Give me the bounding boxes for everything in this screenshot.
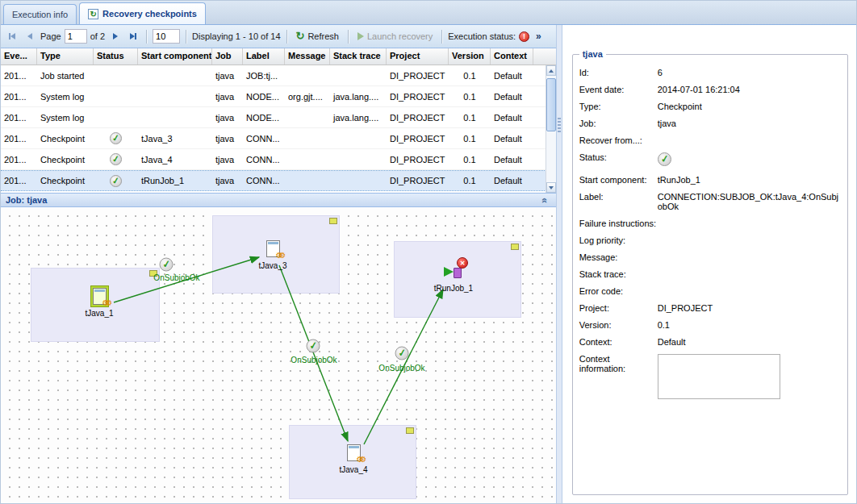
splitter[interactable] xyxy=(556,25,562,504)
detail-label: Job: xyxy=(579,119,658,128)
cell-project: DI_PROJECT xyxy=(387,155,449,165)
cell-type: Checkpoint xyxy=(37,155,94,165)
cell-type: Checkpoint xyxy=(37,134,94,144)
job-panel-title: Job: tjava xyxy=(6,195,47,205)
cell-project: DI_PROJECT xyxy=(387,176,449,185)
tjava-icon xyxy=(93,288,107,305)
next-page-button[interactable] xyxy=(108,29,123,44)
table-row[interactable]: 201...System logtjavaNODE...org.gjt....j… xyxy=(1,86,556,107)
column-header-context[interactable]: Context xyxy=(491,48,533,65)
subjob-minimize-chip[interactable] xyxy=(511,244,519,250)
last-page-button[interactable] xyxy=(126,29,140,44)
table-row[interactable]: 201...CheckpointtJava_4tjavaCONN...DI_PR… xyxy=(1,149,556,170)
job-panel-header: Job: tjava « xyxy=(1,193,556,207)
table-row[interactable]: 201...System logtjavaNODE...java.lang...… xyxy=(1,107,556,128)
detail-field: Label:CONNECTION:SUBJOB_OK:tJava_4:OnSub… xyxy=(579,188,841,215)
detail-field: Status: xyxy=(579,148,841,171)
toolbar-separator xyxy=(441,30,442,44)
detail-field: Message: xyxy=(579,248,841,265)
column-header-status[interactable]: Status xyxy=(94,48,138,65)
column-header-stack-trace[interactable]: Stack trace xyxy=(330,48,387,65)
detail-field: Stack trace: xyxy=(579,265,841,282)
details-pane: tjava Id:6Event date:2014-07-01 16:21:04… xyxy=(562,25,856,504)
cell-event: 201... xyxy=(1,71,37,81)
page-input[interactable] xyxy=(65,29,87,44)
column-header-project[interactable]: Project xyxy=(387,48,449,65)
cell-job: tjava xyxy=(212,113,243,123)
detail-value xyxy=(658,219,841,228)
toolbar-overflow-button[interactable]: » xyxy=(533,31,545,42)
column-header-label[interactable]: Label xyxy=(243,48,285,65)
scroll-up-button[interactable] xyxy=(546,65,556,76)
column-header-eve-[interactable]: Eve... xyxy=(1,48,37,65)
job-node-tJava_1[interactable]: tJava_1 xyxy=(69,288,130,318)
column-header-start-component[interactable]: Start component xyxy=(138,48,212,65)
cell-event: 201... xyxy=(1,113,37,123)
detail-field: Event date:2014-07-01 16:21:04 xyxy=(579,81,841,98)
collapse-panel-icon[interactable]: « xyxy=(539,194,551,206)
detail-field: Job:tjava xyxy=(579,115,841,131)
cell-project: DI_PROJECT xyxy=(387,113,449,123)
scroll-down-button[interactable] xyxy=(546,182,556,193)
subjob-minimize-chip[interactable] xyxy=(329,218,337,224)
cell-context: Default xyxy=(491,92,533,102)
node-label: tJava_1 xyxy=(69,309,130,318)
cell-project: DI_PROJECT xyxy=(387,71,449,81)
column-header-message[interactable]: Message xyxy=(285,48,330,65)
detail-value xyxy=(658,235,841,245)
detail-field: Context:Default xyxy=(579,333,841,350)
connection-label: OnSubjobOk xyxy=(153,273,199,282)
context-information-box[interactable] xyxy=(658,354,780,399)
column-header-job[interactable]: Job xyxy=(212,48,243,65)
detail-label: Recover from...: xyxy=(579,135,658,145)
column-header-type[interactable]: Type xyxy=(37,48,94,65)
status-cell xyxy=(94,175,138,187)
column-header-version[interactable]: Version xyxy=(449,48,491,65)
grid-toolbar: Page of 2 Displaying 1 - 10 of 14 ↻ Refr… xyxy=(1,25,556,48)
page-size-input[interactable] xyxy=(153,29,180,44)
grid-scrollbar[interactable] xyxy=(546,65,556,193)
cell-context: Default xyxy=(491,134,533,144)
job-node-tRunJob_1[interactable]: ✕tRunJob_1 xyxy=(423,264,484,293)
detail-label: Label: xyxy=(579,192,658,211)
detail-value xyxy=(658,152,841,168)
table-row[interactable]: 201...CheckpointtJava_3tjavaCONN...DI_PR… xyxy=(1,128,556,149)
cell-context: Default xyxy=(491,155,533,165)
node-label: tJava_3 xyxy=(242,261,303,270)
cell-type: Job started xyxy=(37,71,94,81)
tjava-icon xyxy=(266,240,280,257)
job-node-tJava_3[interactable]: tJava_3 xyxy=(242,240,303,270)
execution-status-label: Execution status: xyxy=(448,31,516,41)
detail-label: Start component: xyxy=(579,175,658,185)
cell-job: tjava xyxy=(212,176,243,185)
table-row[interactable]: 201...Job startedtjavaJOB:tj...DI_PROJEC… xyxy=(1,65,556,86)
cell-context: Default xyxy=(491,71,533,81)
refresh-label: Refresh xyxy=(307,31,339,41)
subjob-minimize-chip[interactable] xyxy=(406,427,414,434)
checkpoint-status-icon xyxy=(110,153,122,165)
prev-page-button[interactable] xyxy=(23,29,37,44)
detail-label: Context information: xyxy=(579,354,658,399)
first-page-button[interactable] xyxy=(5,29,19,44)
cell-version: 0.1 xyxy=(449,155,491,165)
cell-type: System log xyxy=(37,92,94,102)
table-row[interactable]: 201...CheckpointtRunJob_1tjavaCONN...DI_… xyxy=(1,170,556,191)
detail-label: Id: xyxy=(579,68,658,77)
job-node-tJava_4[interactable]: tJava_4 xyxy=(323,444,384,474)
refresh-icon: ↻ xyxy=(296,31,305,41)
launch-recovery-button[interactable]: Launch recovery xyxy=(354,30,436,43)
checkpoint-status-icon xyxy=(110,132,122,144)
page-label: Page xyxy=(40,31,61,41)
of-pages-label: of 2 xyxy=(90,31,105,41)
scrollbar-thumb[interactable] xyxy=(546,78,556,131)
toolbar-separator xyxy=(146,30,147,44)
detail-value xyxy=(658,252,841,262)
tab-recovery-checkpoints[interactable]: ↻ Recovery checkpoints xyxy=(79,2,206,24)
recovery-checkpoints-window: Execution info ↻ Recovery checkpoints Pa… xyxy=(0,0,857,504)
node-label: tJava_4 xyxy=(323,465,384,474)
detail-label: Failure instructions: xyxy=(579,219,658,228)
tab-execution-info[interactable]: Execution info xyxy=(3,4,77,24)
refresh-button[interactable]: ↻ Refresh xyxy=(293,30,342,43)
tjava-icon xyxy=(347,444,361,461)
cell-stack-trace: java.lang.... xyxy=(330,92,387,102)
